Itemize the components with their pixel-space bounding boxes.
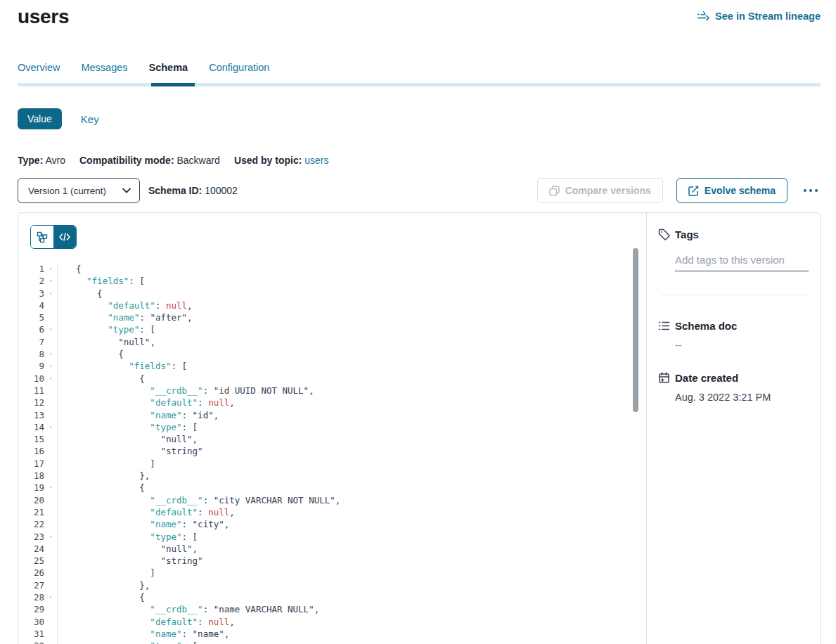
fold-toggle[interactable]: ▾ [44,591,57,603]
tab-overview[interactable]: Overview [18,62,60,83]
line-number: 1 [18,263,44,275]
code-editor: 1▾{2▾ "fields": [3▾ {4 "default": null,5… [18,263,646,644]
line-number: 5 [18,311,44,323]
tags-heading-label: Tags [675,228,699,240]
version-select[interactable]: Version 1 (current) [18,178,140,203]
active-tab-indicator [151,83,195,86]
fold-toggle[interactable]: ▾ [44,263,57,275]
code-line: 31 "name": "name", [18,628,646,640]
date-created-heading-label: Date created [675,372,738,384]
line-number: 9 [18,360,44,372]
code-text: "default": null, [57,300,646,311]
fold-toggle[interactable]: ▾ [44,360,57,372]
used-by-topic: Used by topic: users [234,155,329,166]
fold-toggle[interactable]: ▾ [44,640,57,644]
tree-view-button[interactable] [31,226,53,248]
tags-input[interactable] [675,254,809,271]
code-text: "null", [57,543,646,555]
fold-spacer [44,616,57,628]
code-text: { [57,348,646,360]
tab-configuration[interactable]: Configuration [209,62,269,83]
code-text: "__crdb__": "city VARCHAR NOT NULL", [57,494,646,506]
compare-versions-button[interactable]: Compare versions [537,178,663,203]
tree-view-icon [37,231,48,243]
topic-link[interactable]: users [304,155,328,166]
type-label: Type: [18,155,43,166]
line-number: 22 [18,518,44,530]
code-text: { [57,373,646,385]
schema-card: 1▾{2▾ "fields": [3▾ {4 "default": null,5… [18,212,821,644]
evolve-schema-button[interactable]: Evolve schema [676,178,787,203]
code-line: 28▾ { [18,591,646,603]
code-text: { [57,288,646,300]
code-text: { [57,482,646,494]
compare-versions-label: Compare versions [565,185,651,196]
code-line: 11 "__crdb__": "id UUID NOT NULL", [18,385,646,397]
code-line: 1▾{ [18,263,646,275]
sidebar-divider [661,295,807,295]
code-line: 9▾ "fields": [ [18,360,646,372]
fold-spacer [44,603,57,615]
code-line: 7 "null", [18,336,646,348]
line-number: 4 [18,300,44,311]
schema-doc-section: Schema doc -- [658,320,810,351]
more-options-button[interactable] [801,186,821,195]
fold-toggle[interactable]: ▾ [44,421,57,433]
code-line: 8▾ { [18,348,646,360]
line-number: 13 [18,409,44,421]
code-line: 20 "__crdb__": "city VARCHAR NOT NULL", [18,494,646,506]
code-text: "fields": [ [57,275,646,287]
code-line: 14▾ "type": [ [18,421,646,433]
line-number: 19 [18,482,44,494]
line-number: 29 [18,603,44,615]
line-number: 23 [18,531,44,543]
line-number: 6 [18,323,44,335]
date-created-value: Aug. 3 2022 3:21 PM [675,392,810,403]
line-number: 18 [18,470,44,482]
code-text: "type": [ [57,323,646,335]
code-text: "string" [57,555,646,567]
code-line: 12 "default": null, [18,397,646,408]
tab-underline-track [18,83,821,86]
fold-toggle[interactable]: ▾ [44,348,57,360]
fold-spacer [44,518,57,530]
code-line: 19▾ { [18,482,646,494]
code-view-button[interactable] [53,226,76,248]
code-text: }, [57,579,646,591]
edit-icon [688,186,699,196]
fold-spacer [44,397,57,408]
fold-toggle[interactable]: ▾ [44,288,57,300]
schema-doc-heading: Schema doc [658,320,810,332]
fold-spacer [44,409,57,421]
schema-page: users See in Stream lineage Overview Mes… [0,0,836,644]
fold-toggle[interactable]: ▾ [44,323,57,335]
fold-toggle[interactable]: ▾ [44,373,57,385]
tab-schema[interactable]: Schema [149,62,188,83]
code-line: 3▾ { [18,288,646,300]
fold-toggle[interactable]: ▾ [44,275,57,287]
editor-scrollbar[interactable] [633,248,638,412]
code-line: 22 "name": "city", [18,518,646,530]
code-line: 17 ] [18,458,646,470]
schema-id-label: Schema ID: [148,185,202,196]
key-toggle-button[interactable]: Key [81,113,99,125]
code-text: "default": null, [57,397,646,408]
editor-view-toggle [30,225,77,249]
compatibility-mode: Compatibility mode: Backward [79,155,220,166]
fold-spacer [44,445,57,457]
fold-spacer [44,433,57,445]
fold-toggle[interactable]: ▾ [44,482,57,494]
line-number: 2 [18,275,44,287]
code-line: 24 "null", [18,543,646,555]
fold-toggle[interactable]: ▾ [44,531,57,543]
value-toggle-button[interactable]: Value [18,108,62,129]
fold-spacer [44,385,57,397]
code-text: "type": [ [57,640,646,644]
fold-spacer [44,311,57,323]
code-line: 15 "null", [18,433,646,445]
stream-lineage-link[interactable]: See in Stream lineage [697,11,821,22]
compatibility-value: Backward [176,155,219,166]
tab-messages[interactable]: Messages [81,62,127,83]
code-text: "__crdb__": "id UUID NOT NULL", [57,385,646,397]
code-text: "null", [57,336,646,348]
